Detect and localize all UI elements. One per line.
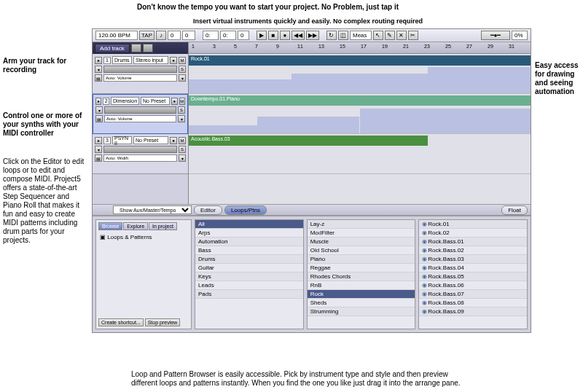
clip-downtempo[interactable]: Downtempo.01.Piano (189, 95, 531, 106)
track-expand-icon[interactable]: ▸ (95, 137, 102, 144)
track-expand-icon[interactable]: ▸ (95, 57, 102, 64)
list-item[interactable]: Guitar (195, 264, 303, 273)
clip-row-1[interactable]: Rock.01 (189, 54, 531, 94)
track-arm-button[interactable]: ● (170, 137, 177, 144)
list-item[interactable]: ◉Rock.Bass.08 (419, 299, 527, 307)
list-item[interactable]: ◉Rock.Bass.05 (419, 273, 527, 281)
list-item[interactable]: Reggae (308, 264, 415, 273)
list-item[interactable]: ◉Rock.01 (419, 220, 527, 229)
track-solo-button[interactable]: S (178, 106, 185, 114)
track-auto-toggle[interactable]: ▤ (95, 115, 103, 122)
track-arm-button[interactable]: ● (171, 98, 177, 105)
tool-erase-icon[interactable]: ✕ (396, 31, 407, 40)
preview-play-icon[interactable]: ◉ (422, 221, 428, 227)
tool-pointer-icon[interactable]: ↖ (373, 31, 383, 40)
loops-tab-button[interactable]: Loops/Ptns (224, 205, 267, 215)
preview-play-icon[interactable]: ◉ (422, 256, 428, 262)
list-item[interactable]: Leads (195, 281, 303, 290)
list-item[interactable]: Automation (195, 238, 303, 246)
clip-rock[interactable]: Rock.01 (189, 55, 531, 66)
list-item[interactable]: Lay-z (308, 220, 415, 229)
stop-preview-button[interactable]: Stop preview (145, 318, 180, 326)
track-name-field[interactable]: Dimension (111, 97, 139, 105)
list-item[interactable]: Drums (195, 255, 303, 264)
list-item[interactable]: Strumming (308, 307, 415, 316)
list-item[interactable]: Pads (195, 290, 303, 299)
track-auto-menu-icon[interactable]: ▾ (178, 115, 185, 122)
track-input-icon[interactable]: ▾ (95, 146, 102, 153)
track-input-icon[interactable]: ▾ (95, 106, 103, 114)
track-solo-button[interactable]: S (179, 66, 186, 73)
time-field-5[interactable]: 0 (238, 31, 249, 40)
time-field-3[interactable]: 0: (203, 31, 219, 40)
track-name-field[interactable]: Drums (112, 56, 132, 64)
browser-results-list[interactable]: ◉Rock.01◉Rock.02◉Rock.Bass.01◉Rock.Bass.… (418, 219, 528, 329)
preview-play-icon[interactable]: ◉ (422, 264, 428, 271)
rewind-button[interactable]: ◀◀ (292, 31, 305, 40)
track-arm-button[interactable]: ● (170, 57, 177, 64)
add-track-button[interactable]: Add track (95, 44, 130, 53)
track-psyn ii[interactable]: ▸3PSYN IINo Preset●M▾S▤Auto: Width▾ (93, 134, 188, 174)
list-item[interactable]: Bass (195, 246, 303, 255)
list-item[interactable]: Piano (308, 255, 415, 264)
track-auto-toggle[interactable]: ▤ (95, 154, 102, 162)
time-field-2[interactable]: 0 (182, 31, 195, 40)
loop-icon[interactable]: ↻ (326, 31, 337, 40)
track-drums[interactable]: ▸1DrumsStereo input●M▾S▤Auto: Volume▾ (93, 54, 188, 94)
list-item[interactable]: Sheds (308, 299, 415, 307)
track-auto-param[interactable]: Auto: Width (103, 154, 177, 162)
track-auto-param[interactable]: Auto: Volume (104, 115, 176, 122)
track-options-icon[interactable] (131, 44, 141, 52)
list-item[interactable]: RnB (308, 281, 415, 290)
list-item[interactable]: Rock (308, 290, 415, 299)
snap-icon[interactable]: ◫ (338, 31, 348, 40)
track-auto-toggle[interactable]: ▤ (95, 74, 102, 82)
clip-bass[interactable]: Acoustic.Bass.03 (189, 136, 428, 146)
preview-play-icon[interactable]: ◉ (422, 299, 428, 306)
track-mute-button[interactable]: M (179, 98, 185, 105)
preview-play-icon[interactable]: ◉ (422, 230, 428, 236)
list-item[interactable]: ◉Rock.Bass.09 (419, 307, 527, 316)
track-auto-menu-icon[interactable]: ▾ (179, 74, 186, 82)
time-field-4[interactable]: 0: (220, 31, 236, 40)
clip-row-2[interactable]: Downtempo.01.Piano (189, 94, 531, 134)
browser-style-list[interactable]: Lay-zModFilterMuscleOld SchoolPianoRegga… (307, 219, 416, 329)
list-item[interactable]: Arps (195, 229, 303, 238)
track-auto-menu-icon[interactable]: ▾ (179, 154, 186, 162)
preview-play-icon[interactable]: ◉ (422, 291, 428, 297)
inproject-tab[interactable]: In project (149, 222, 177, 230)
clips-area[interactable]: Rock.01 Downtempo.01.Piano (189, 54, 531, 204)
play-button[interactable]: ▶ (257, 31, 267, 40)
clip-row-3[interactable]: Acoustic.Bass.03 (189, 134, 531, 174)
browse-tab[interactable]: Browse (98, 222, 122, 230)
float-button[interactable]: Float (501, 205, 528, 215)
list-item[interactable]: Muscle (308, 238, 415, 246)
arrange-panel[interactable]: 135791113151719212325272931 Rock.01 Down… (189, 42, 531, 204)
tool-split-icon[interactable]: ✂ (408, 31, 418, 40)
list-item[interactable]: Rhodes Chords (308, 273, 415, 281)
track-view-icon[interactable] (143, 44, 153, 52)
list-item[interactable]: ◉Rock.Bass.03 (419, 255, 527, 264)
automation-lane-2[interactable] (189, 106, 531, 133)
track-dimension[interactable]: ▸2DimensionNo Preset●M▾S▤Auto: Volume▾ (93, 94, 188, 134)
track-preset-field[interactable]: No Preset (141, 97, 170, 105)
snap-value[interactable]: Meas (350, 31, 372, 40)
preview-play-icon[interactable]: ◉ (422, 238, 428, 245)
track-preset-field[interactable]: No Preset (133, 136, 168, 144)
browser-category-list[interactable]: AllArpsAutomationBassDrumsGuitarKeysLead… (195, 219, 304, 329)
list-item[interactable]: Keys (195, 273, 303, 281)
editor-tab-button[interactable]: Editor (194, 205, 222, 215)
preview-play-icon[interactable]: ◉ (422, 282, 428, 289)
list-item[interactable]: ◉Rock.02 (419, 229, 527, 238)
track-input-icon[interactable]: ▾ (95, 66, 102, 73)
create-shortcut-button[interactable]: Create shortcut... (98, 318, 144, 326)
time-field-1[interactable]: 0 (168, 31, 181, 40)
list-item[interactable]: ◉Rock.Bass.01 (419, 238, 527, 246)
list-item[interactable]: ◉Rock.Bass.06 (419, 281, 527, 290)
list-item[interactable]: All (195, 220, 303, 229)
track-preset-field[interactable]: Stereo input (133, 56, 168, 64)
tap-tempo-button[interactable]: TAP (139, 31, 154, 40)
automation-lane-1[interactable] (189, 66, 531, 93)
forward-button[interactable]: ▶▶ (306, 31, 319, 40)
list-item[interactable]: ◉Rock.Bass.04 (419, 264, 527, 273)
